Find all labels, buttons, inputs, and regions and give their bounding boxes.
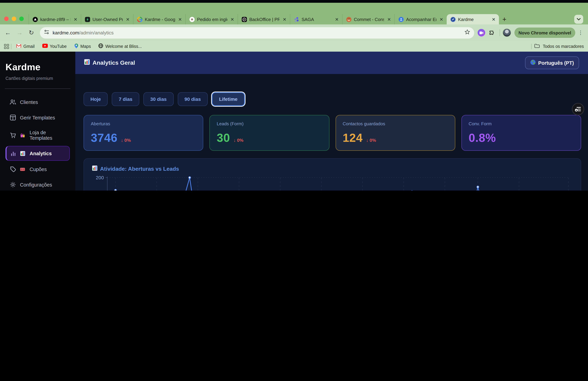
bookmark-maps[interactable]: Maps [71,43,94,50]
bookmark-star-icon[interactable] [464,29,470,36]
close-tab-icon[interactable]: ✕ [282,17,287,22]
close-tab-icon[interactable]: ✕ [230,17,235,22]
close-tab-icon[interactable]: ✕ [439,17,444,22]
bookmark-welcome-bliss[interactable]: Welcome at Bliss... [96,43,145,50]
close-tab-icon[interactable]: ✕ [491,17,496,22]
google-icon [137,17,142,22]
url-text[interactable]: kardme.com/admin/analytics [53,30,462,35]
chart-title: Atividade: Aberturas vs Leads [92,166,572,172]
sidebar-item-label: Gerir Templates [20,115,55,120]
stat-card-aberturas: Aberturas 3746↓ 0% [84,115,203,151]
bookmarks-separator [11,44,11,49]
close-tab-icon[interactable]: ✕ [73,17,78,22]
blue-app-icon [398,17,404,22]
saga-pixels-icon [294,17,299,22]
site-settings-icon[interactable] [44,30,49,36]
tab-pedido-ingles[interactable]: ✳ Pedido em inglês ✕ [185,14,238,24]
tab-label: Pedido em inglês [197,17,227,22]
sidebar-item-loja-de-templates[interactable]: Loja de Templates [5,126,70,145]
main-panel: Analytics Geral Português (PT) Hoje 7 di… [75,52,588,190]
tab-label: Kardme - Google [145,17,175,22]
activity-chart-card: Atividade: Aberturas vs Leads 0501001502… [84,158,581,190]
extensions-puzzle-icon[interactable] [486,27,497,38]
address-bar[interactable]: kardme.com/admin/analytics [40,27,474,38]
new-tab-button[interactable]: + [499,14,510,24]
apps-grid-icon[interactable] [4,44,9,49]
forward-button[interactable]: → [14,27,25,38]
sidebar-item-gerir-templates[interactable]: Gerir Templates [5,111,70,125]
sidebar-item-label: Loja de Templates [30,130,66,141]
close-window-button[interactable] [4,17,9,21]
tab-user-owned[interactable]: User-Owned Prof ✕ [81,14,133,24]
content-area: Hoje 7 dias 30 dias 90 dias Lifetime Abe… [75,74,588,190]
bookmark-youtube[interactable]: YouTube [39,43,69,50]
sidebar-item-clientes[interactable]: Clientes [5,95,70,109]
page-header: Analytics Geral Português (PT) [75,52,588,74]
filter-90-dias[interactable]: 90 dias [178,92,208,106]
sidebar-item-analytics[interactable]: Analytics [5,146,70,161]
chart-emoji-icon [84,59,90,67]
chrome-update-button[interactable]: Novo Chrome disponível [514,27,575,38]
all-bookmarks-label: Todos os marcadores [543,44,584,49]
svg-text:200: 200 [96,175,104,180]
tab-acompanhar[interactable]: Acompanhar Entr ✕ [394,14,447,24]
tab-commet[interactable]: Commet - Const ✕ [342,14,394,24]
sidebar-item-configuracoes[interactable]: Configurações [5,178,70,190]
screen-recorder-extension-icon[interactable] [478,29,485,37]
filter-hoje[interactable]: Hoje [84,92,108,106]
globe-icon [99,43,103,49]
stat-value: 30 [217,131,230,145]
youtube-icon [42,44,48,49]
tab-kardme-google[interactable]: Kardme - Google ✕ [133,14,185,24]
svg-text:✳: ✳ [190,17,193,21]
tab-kardme-z8f9[interactable]: kardme-z8f9 – D ✕ [29,14,81,24]
users-icon [10,99,16,105]
stat-label: Conv. Form [469,121,574,126]
shopping-bags-emoji-icon [20,133,25,138]
sidebar-item-label: Analytics [30,151,52,156]
stat-card-contactos-guardados: Contactos guardados 124↓ 0% [336,115,455,151]
tab-label: Kardme [458,17,489,22]
tab-kardme-active[interactable]: Kardme ✕ [447,14,499,24]
bolt-icon [84,17,90,22]
filter-lifetime[interactable]: Lifetime [212,92,245,106]
url-host: kardme.com [53,30,79,35]
gmail-icon [16,44,21,49]
reload-button[interactable]: ↻ [26,27,37,38]
language-button[interactable]: Português (PT) [525,56,579,69]
url-path: /admin/analytics [79,30,114,35]
maximize-window-button[interactable] [19,17,24,21]
globe-emoji-icon [530,60,536,66]
minimize-window-button[interactable] [12,17,16,21]
tab-label: BackOffice | PRU [249,17,280,22]
toolbar-widget-button[interactable] [572,103,584,115]
sidebar: Kardme Cartões digitais premium Clientes… [0,52,75,190]
sidebar-divider [5,89,70,89]
stat-value: 124 [343,131,363,145]
close-tab-icon[interactable]: ✕ [125,17,130,22]
browser-menu-icon[interactable]: ⋮ [577,30,585,36]
tab-saga[interactable]: SAGA ✕ [290,14,342,24]
layout-icon [10,114,16,121]
close-tab-icon[interactable]: ✕ [334,17,339,22]
profile-avatar[interactable] [503,29,511,37]
all-bookmarks[interactable]: Todos os marcadores [531,44,584,49]
back-button[interactable]: ← [3,27,13,38]
filter-30-dias[interactable]: 30 dias [143,92,173,106]
window-controls [0,14,29,24]
bookmark-label: Maps [81,44,91,49]
stat-delta: ↓ 0% [233,138,243,143]
bookmark-gmail[interactable]: Gmail [13,43,37,50]
tab-label: kardme-z8f9 – D [40,17,70,22]
tab-backoffice[interactable]: P BackOffice | PRU ✕ [238,14,290,24]
sidebar-item-cupoes[interactable]: Cupões [5,162,70,176]
screen: kardme-z8f9 – D ✕ User-Owned Prof ✕ Kard… [0,0,588,190]
tab-search-button[interactable] [574,15,583,24]
filter-7-dias[interactable]: 7 dias [112,92,139,106]
stat-delta: ↓ 0% [121,138,131,143]
close-tab-icon[interactable]: ✕ [386,17,392,22]
p-badge-icon: P [241,17,247,22]
date-range-filters: Hoje 7 dias 30 dias 90 dias Lifetime [84,92,581,106]
close-tab-icon[interactable]: ✕ [177,17,183,22]
svg-text:P: P [243,18,245,21]
